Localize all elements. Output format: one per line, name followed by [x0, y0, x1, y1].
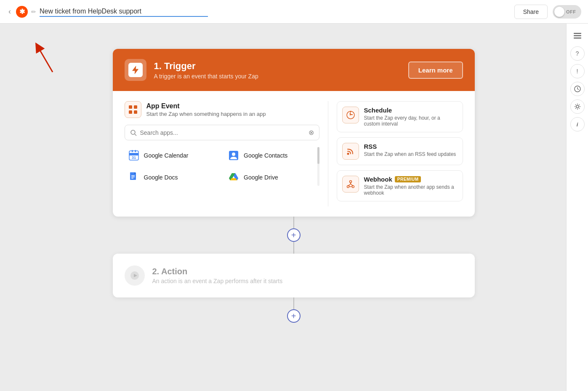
scrollbar-track[interactable] — [317, 147, 319, 186]
webhook-option[interactable]: Webhook PREMIUM Start the Zap when anoth… — [337, 170, 463, 201]
app-event-icon — [125, 101, 141, 118]
rss-desc: Start the Zap when an RSS feed updates — [364, 151, 456, 157]
trigger-body: App Event Start the Zap when something h… — [113, 91, 475, 217]
app-item-google-drive[interactable]: Google Drive — [224, 169, 319, 186]
google-drive-logo — [228, 171, 239, 183]
connector-line-2-top — [293, 297, 294, 309]
share-button[interactable]: Share — [514, 5, 548, 19]
schedule-option[interactable]: Schedule Start the Zap every day, hour, … — [337, 101, 463, 132]
add-step-button-1[interactable]: + — [287, 228, 301, 242]
canvas-wrapper: 1. Trigger A trigger is an event that st… — [21, 36, 566, 335]
app-event-title: App Event — [146, 102, 266, 110]
connector-2: + — [287, 297, 301, 323]
app-item-google-docs[interactable]: Google Docs — [125, 169, 220, 186]
svg-rect-29 — [351, 114, 353, 115]
toggle-circle — [554, 7, 564, 17]
svg-rect-39 — [574, 37, 581, 39]
webhook-title: Webhook — [364, 176, 392, 183]
sidebar-info-button[interactable]: i — [570, 117, 585, 131]
svg-line-8 — [135, 134, 136, 136]
trigger-bolt-icon — [128, 63, 143, 77]
app-grid-container: 31 Google Calendar — [125, 147, 319, 186]
action-step-desc: An action is an event a Zap performs aft… — [152, 278, 283, 284]
search-bar[interactable]: ⊗ — [125, 125, 319, 140]
google-drive-label: Google Drive — [244, 174, 278, 181]
rss-icon — [342, 143, 359, 160]
svg-text:31: 31 — [131, 155, 136, 160]
scrollbar-thumb — [317, 147, 319, 164]
search-input[interactable] — [140, 129, 305, 136]
zapier-logo: ✱ — [16, 6, 28, 18]
info-icon: i — [577, 121, 578, 128]
svg-rect-19 — [131, 177, 135, 177]
svg-rect-38 — [574, 35, 581, 37]
app-event-desc: Start the Zap when something happens in … — [146, 111, 266, 117]
svg-point-32 — [347, 186, 349, 188]
rss-title: RSS — [364, 143, 456, 150]
topbar-right: Share OFF — [514, 5, 581, 19]
svg-point-30 — [350, 111, 351, 112]
svg-rect-37 — [574, 33, 581, 34]
zap-title-input[interactable] — [40, 7, 208, 17]
back-button[interactable]: ‹ — [7, 5, 13, 18]
google-docs-label: Google Docs — [144, 174, 178, 181]
google-contacts-label: Google Contacts — [244, 152, 287, 159]
google-calendar-logo: 31 — [128, 150, 140, 161]
schedule-icon — [342, 107, 359, 123]
toggle-switch[interactable]: OFF — [553, 5, 581, 19]
action-play-icon — [130, 270, 140, 281]
svg-point-33 — [352, 186, 354, 188]
trigger-icon-box — [125, 59, 146, 81]
webhook-text: Webhook PREMIUM Start the Zap when anoth… — [364, 176, 458, 196]
schedule-text: Schedule Start the Zap every day, hour, … — [364, 107, 458, 127]
svg-rect-4 — [134, 105, 137, 109]
svg-rect-28 — [350, 112, 351, 115]
svg-rect-20 — [131, 178, 133, 179]
toggle-label: OFF — [566, 9, 576, 14]
topbar-left: ‹ ✱ ✏ — [7, 5, 514, 18]
svg-rect-6 — [134, 110, 137, 114]
sidebar-clock-button[interactable] — [570, 82, 585, 96]
sidebar-alert-button[interactable]: ! — [570, 64, 585, 78]
app-event-header: App Event Start the Zap when something h… — [125, 101, 319, 118]
action-card: 2. Action An action is an event a Zap pe… — [113, 254, 475, 297]
canvas: 1. Trigger A trigger is an event that st… — [0, 24, 566, 391]
webhook-title-row: Webhook PREMIUM — [364, 176, 458, 183]
svg-point-7 — [131, 130, 135, 134]
app-item-google-contacts[interactable]: Google Contacts — [224, 147, 319, 164]
action-text: 2. Action An action is an event a Zap pe… — [152, 267, 283, 284]
svg-text:✱: ✱ — [19, 8, 25, 15]
app-grid: 31 Google Calendar — [125, 147, 319, 186]
connector-1: + — [287, 217, 301, 254]
svg-rect-5 — [129, 110, 132, 114]
webhook-desc: Start the Zap when another app sends a w… — [364, 184, 458, 196]
premium-badge: PREMIUM — [395, 176, 421, 182]
sidebar-settings-button[interactable] — [570, 99, 585, 114]
action-icon-box — [125, 265, 145, 286]
svg-rect-12 — [132, 150, 133, 152]
edit-icon: ✏ — [31, 8, 36, 15]
trigger-right: Schedule Start the Zap every day, hour, … — [337, 101, 463, 206]
topbar: ‹ ✱ ✏ Share OFF — [0, 0, 588, 24]
svg-point-31 — [347, 153, 349, 155]
trigger-card: 1. Trigger A trigger is an event that st… — [113, 49, 475, 217]
google-docs-logo — [128, 171, 140, 183]
google-calendar-label: Google Calendar — [144, 152, 189, 159]
sidebar-question-button[interactable]: ? — [570, 46, 585, 61]
clock-icon — [574, 86, 581, 92]
connector-line-top — [293, 217, 294, 228]
rss-option[interactable]: RSS Start the Zap when an RSS feed updat… — [337, 137, 463, 165]
svg-rect-17 — [130, 172, 134, 180]
trigger-left: App Event Start the Zap when something h… — [125, 101, 328, 206]
rss-text: RSS Start the Zap when an RSS feed updat… — [364, 143, 456, 157]
trigger-header: 1. Trigger A trigger is an event that st… — [113, 49, 475, 91]
learn-more-button[interactable]: Learn more — [408, 62, 463, 79]
svg-rect-3 — [129, 105, 132, 109]
app-item-google-calendar[interactable]: 31 Google Calendar — [125, 147, 220, 164]
gear-icon — [574, 103, 581, 110]
trigger-header-left: 1. Trigger A trigger is an event that st… — [125, 59, 258, 81]
add-step-button-2[interactable]: + — [287, 309, 301, 323]
search-clear-icon[interactable]: ⊗ — [309, 129, 314, 137]
google-contacts-logo — [228, 150, 239, 161]
sidebar-list-button[interactable] — [570, 29, 585, 43]
